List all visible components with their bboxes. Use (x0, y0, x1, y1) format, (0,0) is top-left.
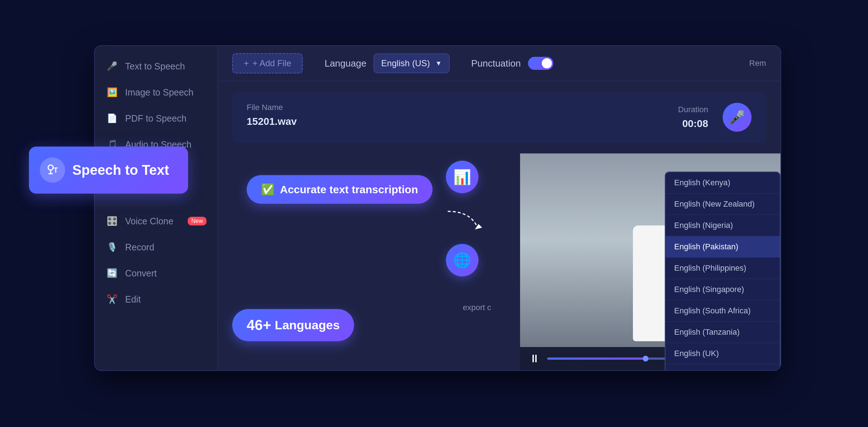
video-panel: ⏸ 2:40/3:08 English (Kenya) English (New… (520, 153, 780, 370)
check-circle-icon: ✅ (261, 183, 275, 196)
sidebar: 🎤 Text to Speech 🖼️ Image to Speech 📄 PD… (95, 46, 218, 370)
dropdown-item-tanzania[interactable]: English (Tanzania) (665, 322, 780, 343)
scene-wrapper: 🎤 Text to Speech 🖼️ Image to Speech 📄 PD… (36, 24, 832, 403)
dashed-arrow-svg (441, 204, 484, 233)
add-file-label: + Add File (252, 58, 291, 68)
waveform-icon: 📊 (446, 161, 478, 193)
sidebar-item-label: Record (125, 242, 154, 253)
file-name-value: 15201.wav (247, 116, 297, 127)
sidebar-item-image-to-speech[interactable]: 🖼️ Image to Speech (95, 79, 217, 105)
new-badge: New (188, 217, 207, 225)
transcription-label: Accurate text transcription (280, 183, 418, 196)
progress-dot (643, 356, 648, 362)
svg-point-1 (48, 165, 53, 170)
pdf-to-speech-icon: 📄 (106, 112, 119, 125)
dropdown-item-new-zealand[interactable]: English (New Zealand) (665, 194, 780, 215)
sidebar-item-voice-clone[interactable]: 🎛️ Voice Clone New « (95, 208, 217, 234)
floating-icons-area: 📊 🌐 (441, 161, 484, 276)
transcription-badge: ✅ Accurate text transcription (247, 175, 433, 204)
top-bar: + + Add File Language English (US) ▼ Pun… (218, 46, 780, 81)
dropdown-item-singapore[interactable]: English (Singapore) (665, 279, 780, 300)
progress-fill (547, 358, 643, 360)
dropdown-item-pakistan[interactable]: English (Pakistan) (665, 236, 780, 258)
rem-label: Rem (749, 59, 766, 68)
plus-icon: + (244, 58, 249, 68)
mic-icon: 🎤 (723, 103, 752, 132)
sidebar-item-convert[interactable]: 🔄 Convert (95, 260, 217, 286)
edit-icon: ✂️ (106, 293, 119, 306)
content-area: ✅ Accurate text transcription 46+ Langua… (218, 153, 780, 370)
punctuation-section: Punctuation (471, 57, 553, 70)
speech-to-text-highlight[interactable]: T Speech to Text (29, 147, 188, 194)
language-label: Language (324, 58, 366, 69)
text-to-speech-icon: 🎤 (106, 60, 119, 73)
file-info: File Name 15201.wav (247, 103, 297, 127)
duration-value: 00:08 (678, 118, 708, 130)
left-content: ✅ Accurate text transcription 46+ Langua… (218, 153, 520, 370)
main-content: + + Add File Language English (US) ▼ Pun… (218, 46, 780, 370)
sidebar-item-label: Edit (125, 294, 141, 305)
dropdown-item-south-africa[interactable]: English (South Africa) (665, 300, 780, 322)
language-section: Language English (US) ▼ (324, 54, 449, 73)
image-to-speech-icon: 🖼️ (106, 86, 119, 99)
languages-count: 46+ (247, 317, 271, 333)
sidebar-item-pdf-to-speech[interactable]: 📄 PDF to Speech (95, 105, 217, 131)
language-dropdown[interactable]: English (Kenya) English (New Zealand) En… (665, 172, 780, 370)
languages-label: Languages (275, 318, 340, 332)
globe-icon: 🌐 (446, 244, 478, 276)
duration-label: Duration (678, 105, 708, 114)
speech-highlight-icon: T (40, 157, 65, 183)
dropdown-item-afrikaans[interactable]: Afrikaans (South Africa) (665, 364, 780, 370)
dropdown-item-philippines[interactable]: English (Philippines) (665, 258, 780, 279)
sidebar-item-label: Image to Speech (125, 87, 193, 98)
export-text: export c (463, 303, 491, 312)
dropdown-item-uk[interactable]: English (UK) (665, 343, 780, 364)
voice-clone-icon: 🎛️ (106, 215, 119, 228)
file-name-label: File Name (247, 103, 297, 112)
svg-text:T: T (54, 166, 58, 174)
speech-to-text-label: Speech to Text (72, 162, 169, 178)
file-area: File Name 15201.wav Duration 00:08 🎤 (232, 92, 766, 143)
sidebar-item-label: PDF to Speech (125, 113, 187, 124)
language-value: English (US) (381, 58, 430, 68)
sidebar-item-label: Voice Clone (125, 216, 173, 227)
app-window: 🎤 Text to Speech 🖼️ Image to Speech 📄 PD… (94, 45, 781, 371)
add-file-button[interactable]: + + Add File (232, 53, 303, 73)
sidebar-item-label: Text to Speech (125, 61, 185, 72)
convert-icon: 🔄 (106, 267, 119, 280)
sidebar-item-edit[interactable]: ✂️ Edit (95, 286, 217, 312)
mic-t-icon: T (43, 161, 61, 179)
languages-badge: 46+ Languages (232, 309, 354, 341)
duration-mic-area: Duration 00:08 🎤 (678, 103, 752, 132)
dropdown-item-nigeria[interactable]: English (Nigeria) (665, 215, 780, 236)
record-icon: 🎙️ (106, 241, 119, 254)
sidebar-item-text-to-speech[interactable]: 🎤 Text to Speech (95, 53, 217, 79)
punctuation-toggle[interactable] (528, 57, 553, 70)
dropdown-item-kenya[interactable]: English (Kenya) (665, 172, 780, 194)
language-select[interactable]: English (US) ▼ (374, 54, 450, 73)
chevron-down-icon: ▼ (435, 60, 442, 67)
export-text-value: export c (463, 303, 491, 312)
pause-button[interactable]: ⏸ (529, 352, 540, 365)
sidebar-item-record[interactable]: 🎙️ Record (95, 234, 217, 260)
duration-section: Duration 00:08 (678, 105, 708, 130)
punctuation-label: Punctuation (471, 58, 521, 69)
sidebar-item-label: Convert (125, 268, 157, 279)
rem-area: Rem (749, 59, 766, 68)
